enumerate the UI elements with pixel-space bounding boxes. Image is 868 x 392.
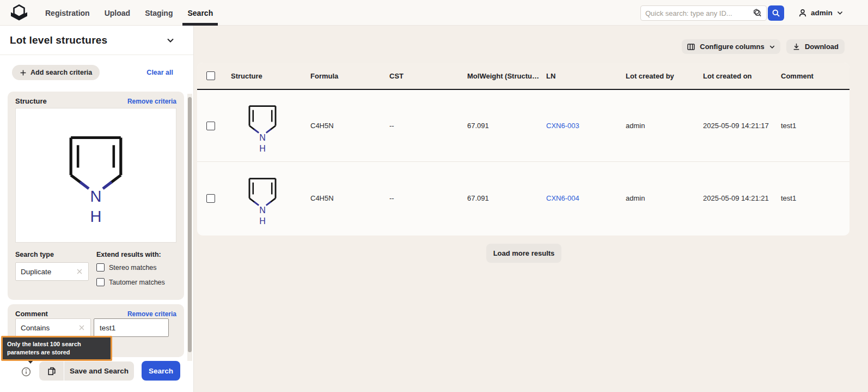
cell-molweight: 67.091	[461, 194, 540, 202]
column-header-cst[interactable]: CST	[383, 72, 461, 80]
page-title: Lot level structures	[10, 34, 107, 46]
structure-criteria-title: Structure	[15, 97, 47, 105]
clear-all-link[interactable]: Clear all	[146, 69, 173, 76]
column-header-lot-created-on[interactable]: Lot created on	[696, 72, 774, 80]
clear-icon[interactable]	[78, 324, 85, 331]
stereo-matches-checkbox[interactable]	[96, 263, 105, 272]
search-button[interactable]: Search	[142, 361, 180, 381]
quick-search-container	[640, 5, 767, 21]
tautomer-matches-checkbox[interactable]	[96, 278, 105, 286]
quick-search-button[interactable]	[768, 5, 784, 21]
table-header-row: Structure Formula CST MolWeight (Structu…	[197, 63, 849, 90]
search-type-value: Duplicate	[21, 268, 51, 276]
structure-criteria-card: Structure Remove criteria N H Search typ…	[8, 92, 184, 300]
download-button[interactable]: Download	[786, 39, 845, 54]
save-and-search-button[interactable]: Save and Search	[64, 361, 134, 381]
extend-results-label: Extend results with:	[96, 251, 161, 258]
search-type-label: Search type	[15, 251, 54, 258]
pyrrole-structure: N H	[50, 122, 142, 230]
remove-structure-criteria-link[interactable]: Remove criteria	[127, 98, 176, 105]
cell-lot-created-on: 2025-05-09 14:21:21	[696, 194, 774, 202]
column-header-ln[interactable]: LN	[540, 72, 619, 80]
comment-criteria-title: Comment	[15, 310, 48, 318]
configure-columns-button[interactable]: Configure columns	[682, 39, 780, 54]
column-header-comment[interactable]: Comment	[774, 72, 849, 80]
nav-item-staging[interactable]: Staging	[145, 0, 173, 26]
hydrogen-atom-label: H	[90, 207, 102, 225]
structure-search-icon[interactable]	[752, 8, 762, 18]
clear-icon[interactable]	[76, 268, 83, 275]
sidebar-header: Lot level structures	[0, 26, 193, 55]
load-more-results-label: Load more results	[493, 249, 555, 257]
nav-item-label: Staging	[145, 9, 173, 17]
save-and-search-label: Save and Search	[70, 367, 129, 375]
info-icon[interactable]	[21, 367, 31, 377]
cell-lot-created-by: admin	[619, 194, 696, 202]
table-row[interactable]: N H C4H5N -- 67.091 CXN6-003 admin 2025-…	[197, 90, 849, 162]
cell-formula: C4H5N	[304, 122, 383, 130]
select-all-checkbox[interactable]	[206, 71, 215, 80]
nav-menu: Registration Upload Staging Search	[45, 0, 213, 26]
row-checkbox[interactable]	[206, 122, 215, 130]
nav-item-upload[interactable]: Upload	[105, 0, 130, 26]
search-button-label: Search	[149, 367, 173, 375]
pyrrole-structure: N H	[239, 171, 286, 226]
download-icon	[792, 43, 800, 51]
search-history-tooltip: Only the latest 100 search parameters ar…	[1, 336, 112, 361]
collapse-chevron-icon[interactable]	[166, 36, 175, 45]
add-search-criteria-button[interactable]: Add search criteria	[12, 65, 100, 80]
column-header-molweight[interactable]: MolWeight (Structu…	[461, 72, 540, 80]
user-name: admin	[811, 9, 833, 17]
chevron-down-icon	[769, 44, 775, 50]
nav-item-search[interactable]: Search	[187, 0, 213, 26]
table-row[interactable]: N H C4H5N -- 67.091 CXN6-004 admin 2025-…	[197, 162, 849, 234]
cell-ln-link[interactable]: CXN6-004	[546, 194, 579, 202]
column-header-structure[interactable]: Structure	[224, 72, 304, 80]
results-table: Structure Formula CST MolWeight (Structu…	[197, 63, 849, 236]
app-logo-icon[interactable]	[10, 4, 28, 21]
tautomer-matches-checkbox-row[interactable]: Tautomer matches	[96, 278, 165, 286]
download-label: Download	[805, 43, 839, 51]
sidebar-scrollbar-track[interactable]	[187, 94, 192, 361]
configure-columns-label: Configure columns	[700, 43, 764, 51]
sidebar-scrollbar-thumb[interactable]	[188, 97, 192, 352]
tautomer-matches-label: Tautomer matches	[109, 279, 165, 286]
quick-search-input[interactable]	[645, 9, 749, 17]
magnifier-icon	[772, 9, 780, 17]
plus-icon	[20, 69, 27, 76]
copy-search-button[interactable]	[39, 361, 64, 381]
load-more-results-button[interactable]: Load more results	[486, 244, 561, 263]
cell-ln-link[interactable]: CXN6-003	[546, 122, 579, 130]
person-icon	[798, 9, 807, 17]
remove-comment-criteria-link[interactable]: Remove criteria	[127, 310, 176, 318]
column-header-formula[interactable]: Formula	[304, 72, 383, 80]
comment-value-input[interactable]	[94, 318, 169, 337]
structure-editor-preview[interactable]: N H	[15, 108, 176, 243]
column-header-lot-created-by[interactable]: Lot created by	[619, 72, 696, 80]
cell-cst: --	[383, 194, 461, 202]
comment-operator-value: Contains	[21, 324, 50, 332]
cell-molweight: 67.091	[461, 122, 540, 130]
nav-item-label: Search	[187, 9, 213, 17]
nav-item-registration[interactable]: Registration	[45, 0, 90, 26]
comment-operator-select[interactable]: Contains	[15, 318, 91, 337]
cell-lot-created-by: admin	[619, 122, 696, 130]
stereo-matches-checkbox-row[interactable]: Stereo matches	[96, 263, 157, 272]
pyrrole-structure: N H	[239, 99, 286, 153]
chevron-down-icon	[836, 9, 843, 16]
cell-comment: test1	[774, 194, 849, 202]
cell-lot-created-on: 2025-05-09 14:21:17	[696, 122, 774, 130]
top-nav: Registration Upload Staging Search admin	[0, 0, 868, 26]
nav-item-label: Upload	[105, 9, 130, 17]
columns-icon	[687, 43, 695, 51]
nitrogen-atom-label: N	[259, 132, 266, 142]
hydrogen-atom-label: H	[259, 216, 266, 225]
search-type-select[interactable]: Duplicate	[15, 262, 89, 281]
cell-cst: --	[383, 122, 461, 130]
user-menu[interactable]: admin	[798, 0, 843, 26]
nitrogen-atom-label: N	[90, 188, 102, 205]
cell-comment: test1	[774, 122, 849, 130]
row-checkbox[interactable]	[206, 194, 215, 203]
search-criteria-sidebar: Lot level structures Add search criteria…	[0, 26, 193, 392]
copy-icon	[47, 366, 57, 376]
